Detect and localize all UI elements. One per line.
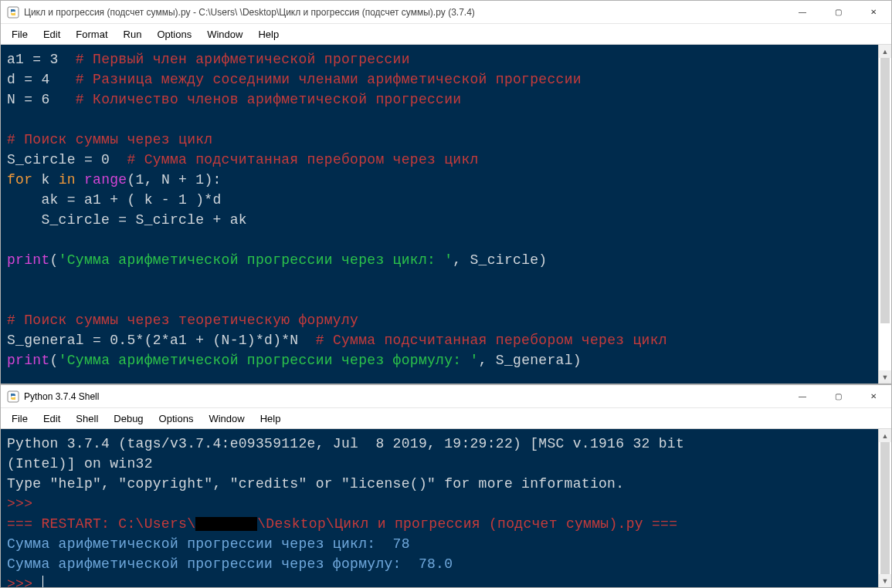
code-builtin: print (7, 252, 50, 268)
menu-debug[interactable]: Debug (106, 411, 151, 426)
code-builtin: print (7, 353, 50, 368)
editor-title-text: Цикл и прогрессия (подсчет суммы).py - C… (24, 7, 785, 18)
scroll-up-button[interactable]: ▲ (879, 45, 891, 58)
menu-file[interactable]: File (4, 27, 36, 42)
editor-titlebar[interactable]: Цикл и прогрессия (подсчет суммы).py - C… (1, 1, 891, 24)
code-comment: # Поиск суммы через цикл (7, 132, 212, 147)
shell-output-area[interactable]: Python 3.7.4 (tags/v3.7.4:e09359112e, Ju… (1, 429, 878, 587)
shell-body: Python 3.7.4 (tags/v3.7.4:e09359112e, Ju… (1, 429, 891, 587)
editor-body: a1 = 3 # Первый член арифметической прог… (1, 45, 891, 384)
scroll-track[interactable] (879, 58, 891, 370)
menu-run[interactable]: Run (116, 27, 150, 42)
menu-edit[interactable]: Edit (36, 411, 68, 426)
code-text: S_general = 0.5*(2*a1 + (N-1)*d)*N (7, 333, 316, 348)
code-keyword: for (7, 172, 41, 188)
menu-edit[interactable]: Edit (36, 27, 68, 42)
code-text: ( (50, 353, 59, 368)
code-area[interactable]: a1 = 3 # Первый член арифметической прог… (1, 45, 878, 384)
maximize-button[interactable]: ▢ (820, 385, 856, 407)
close-button[interactable]: ✕ (856, 1, 891, 23)
scroll-track[interactable] (879, 442, 891, 574)
code-comment: # Разница между соседними членами арифме… (76, 72, 582, 87)
shell-output-line: Сумма арифметической прогрессии через ци… (7, 536, 410, 552)
scroll-thumb[interactable] (880, 442, 890, 574)
code-text: , S_general) (479, 353, 582, 368)
shell-banner: Python 3.7.4 (tags/v3.7.4:e09359112e, Ju… (7, 436, 693, 451)
code-builtin: range (84, 172, 127, 188)
shell-output-line: Сумма арифметической прогрессии через фо… (7, 556, 453, 572)
code-text: ak = a1 + ( k - 1 )*d (7, 192, 222, 208)
scroll-thumb[interactable] (880, 58, 890, 323)
code-text: , S_circle) (453, 252, 547, 268)
python-shell-icon (7, 390, 19, 403)
svg-rect-1 (8, 391, 19, 402)
text-cursor (42, 576, 43, 587)
shell-menubar: File Edit Shell Debug Options Window Hel… (1, 408, 891, 429)
code-text: k (41, 172, 58, 188)
scroll-down-button[interactable]: ▼ (879, 370, 891, 384)
code-text: S_circle = S_circle + ak (7, 212, 247, 228)
shell-titlebar[interactable]: Python 3.7.4 Shell — ▢ ✕ (1, 385, 891, 408)
menu-options[interactable]: Options (149, 27, 199, 42)
code-comment: # Количество членов арифметической прогр… (76, 92, 462, 107)
minimize-button[interactable]: — (785, 1, 820, 23)
code-text: N = 6 (7, 92, 76, 107)
code-comment: # Сумма подсчитанная перебором через цик… (316, 333, 667, 348)
menu-help[interactable]: Help (250, 27, 287, 42)
redacted-username (195, 517, 257, 531)
shell-banner: (Intel)] on win32 (7, 456, 153, 471)
shell-restart: \Desktop\Цикл и прогрессия (подсчет сумм… (257, 516, 677, 532)
code-text: d = 4 (7, 72, 76, 87)
svg-rect-0 (8, 7, 19, 18)
shell-restart: === RESTART: C:\Users\ (7, 516, 195, 532)
code-text: a1 = 3 (7, 52, 76, 67)
minimize-button[interactable]: — (785, 385, 820, 407)
menu-window[interactable]: Window (201, 411, 252, 426)
menu-help[interactable]: Help (253, 411, 289, 426)
menu-format[interactable]: Format (68, 27, 115, 42)
scroll-down-button[interactable]: ▼ (879, 574, 891, 587)
scroll-up-button[interactable]: ▲ (879, 429, 891, 442)
close-button[interactable]: ✕ (856, 385, 891, 407)
shell-banner: Type "help", "copyright", "credits" or "… (7, 476, 624, 492)
menu-shell[interactable]: Shell (68, 411, 106, 426)
maximize-button[interactable]: ▢ (820, 1, 856, 23)
python-file-icon (7, 6, 19, 19)
menu-file[interactable]: File (4, 411, 36, 426)
code-text: ( (50, 252, 59, 268)
code-keyword: in (59, 172, 84, 188)
code-comment: # Первый член арифметической прогрессии (76, 52, 410, 67)
shell-title-text: Python 3.7.4 Shell (24, 391, 785, 402)
menu-window[interactable]: Window (199, 27, 250, 42)
shell-scrollbar[interactable]: ▲ ▼ (878, 429, 891, 587)
shell-prompt: >>> (7, 576, 41, 587)
editor-menubar: File Edit Format Run Options Window Help (1, 24, 891, 45)
shell-prompt: >>> (7, 496, 41, 512)
editor-window: Цикл и прогрессия (подсчет суммы).py - C… (0, 0, 892, 384)
code-string: 'Сумма арифметической прогрессии через ц… (59, 252, 453, 268)
code-comment: # Сумма подсчитанная перебором через цик… (127, 152, 478, 167)
code-text: (1, N + 1): (127, 172, 221, 188)
code-comment: # Поиск суммы через теоретическую формул… (7, 313, 358, 328)
code-text: S_circle = 0 (7, 152, 127, 167)
editor-window-controls: — ▢ ✕ (785, 1, 891, 23)
menu-options[interactable]: Options (151, 411, 202, 426)
shell-window: Python 3.7.4 Shell — ▢ ✕ File Edit Shell… (0, 384, 892, 588)
code-string: 'Сумма арифметической прогрессии через ф… (59, 353, 479, 368)
editor-scrollbar[interactable]: ▲ ▼ (878, 45, 891, 384)
shell-window-controls: — ▢ ✕ (785, 385, 891, 407)
